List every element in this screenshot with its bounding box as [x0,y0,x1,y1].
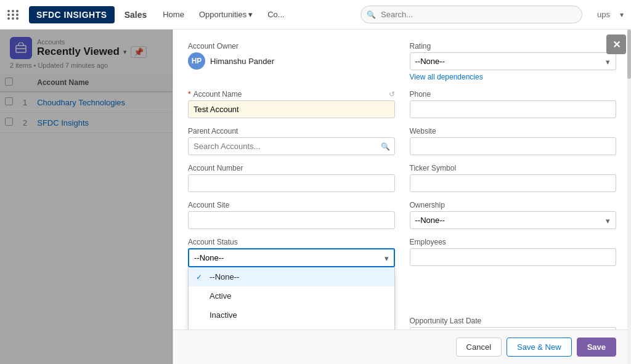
ownership-col: Ownership --None-- [410,201,617,229]
account-status-label: Account Status [188,238,395,246]
main-area: Accounts Recently Viewed ▾ 📌 2 items • U… [0,30,631,364]
rating-select[interactable]: --None-- [410,52,617,70]
avatar: HP [188,52,205,70]
nav-more[interactable]: Co... [261,7,290,22]
parent-account-search-wrapper: 🔍 [188,137,395,155]
account-status-select[interactable]: --None-- [188,248,395,267]
dropdown-item[interactable]: ✓--None-- [189,267,394,286]
ownership-select[interactable]: --None-- [410,211,617,229]
scroll-track [627,30,631,364]
phone-input[interactable] [410,100,617,118]
opportunity-last-date-col: Opportunity Last Date 📅 [410,317,617,330]
owner-col: Account Owner HP Himanshu Pander [188,42,395,81]
edit-modal: ✕ Account Owner HP Himanshu Pander Ratin… [173,30,631,364]
save-new-button[interactable]: Save & New [507,338,572,357]
website-label: Website [410,127,617,135]
account-number-input[interactable] [188,174,395,192]
nav-opportunities[interactable]: Opportunities ▾ [193,7,259,22]
parent-website-row: Parent Account 🔍 Website [188,127,616,155]
parent-account-col: Parent Account 🔍 [188,127,395,155]
dropdown-item[interactable]: Prospective [189,325,394,330]
app-grid-icon[interactable] [7,10,19,20]
dropdown-item[interactable]: Active [189,286,394,305]
nav-app-name: Sales [124,10,147,20]
account-name-input[interactable] [188,100,395,118]
ticker-symbol-col: Ticker Symbol [410,164,617,192]
check-icon: ✓ [196,273,205,281]
owner-label: Account Owner [188,42,395,51]
phone-col: Phone [410,90,617,118]
parent-search-icon: 🔍 [381,142,390,151]
owner-name: Himanshu Pander [210,57,274,66]
account-number-label: Account Number [188,164,395,172]
app-logo: SFDC INSIGHTS [29,6,115,23]
scroll-thumb [627,30,631,79]
account-status-dropdown: ✓--None--ActiveInactiveProspective [188,267,395,330]
reset-icon[interactable]: ↺ [389,90,395,99]
parent-account-label: Parent Account [188,127,395,135]
ownership-label: Ownership [410,201,617,209]
owner-rating-row: Account Owner HP Himanshu Pander Rating … [188,42,616,81]
nav-home[interactable]: Home [157,7,190,22]
nav-right-label[interactable]: ups [597,10,610,19]
rating-col: Rating --None-- View all dependencies [410,42,617,81]
number-ticker-row: Account Number Ticker Symbol [188,164,616,192]
ticker-symbol-input[interactable] [410,174,617,192]
owner-row: HP Himanshu Pander [188,52,395,70]
global-search: 🔍 [360,6,582,23]
ownership-select-wrapper: --None-- [410,211,617,229]
search-icon: 🔍 [367,10,376,19]
account-status-col: Account Status --None-- ✓--None--ActiveI… [188,238,395,267]
modal-footer: Cancel Save & New Save [173,330,631,364]
website-col: Website [410,127,617,155]
view-dependencies-link[interactable]: View all dependencies [410,73,617,81]
top-navigation: SFDC INSIGHTS Sales Home Opportunities ▾… [0,0,631,30]
account-site-label: Account Site [188,201,395,209]
close-button[interactable]: ✕ [606,34,626,54]
ticker-symbol-label: Ticker Symbol [410,164,617,172]
nav-links: Home Opportunities ▾ Co... [157,7,290,22]
phone-label: Phone [410,90,617,99]
opportunity-last-date-input[interactable] [410,327,617,330]
employees-label: Employees [410,238,617,246]
account-site-input[interactable] [188,211,395,229]
website-input[interactable] [410,137,617,155]
parent-account-input[interactable] [188,137,395,155]
dropdown-item[interactable]: Inactive [189,305,394,325]
account-name-label: * Account Name ↺ [188,90,395,99]
employees-col: Employees [410,238,617,266]
status-employees-row: Account Status --None-- ✓--None--ActiveI… [188,238,616,267]
save-button[interactable]: Save [577,338,616,357]
account-site-col: Account Site [188,201,395,229]
account-name-phone-row: * Account Name ↺ Phone [188,90,616,118]
account-number-col: Account Number [188,164,395,192]
account-name-col: * Account Name ↺ [188,90,395,118]
opportunity-last-date-label: Opportunity Last Date [410,317,617,325]
nav-arrow-down[interactable]: ▾ [620,10,624,19]
site-ownership-row: Account Site Ownership --None-- [188,201,616,229]
opportunity-date-wrapper: 📅 [410,327,617,330]
rating-label: Rating [410,42,617,51]
account-status-select-wrapper: --None-- [188,248,395,267]
employees-input[interactable] [410,248,617,266]
modal-body: Account Owner HP Himanshu Pander Rating … [173,30,631,330]
cancel-button[interactable]: Cancel [456,338,502,357]
rating-select-wrapper: --None-- [410,52,617,70]
search-input[interactable] [360,6,582,23]
